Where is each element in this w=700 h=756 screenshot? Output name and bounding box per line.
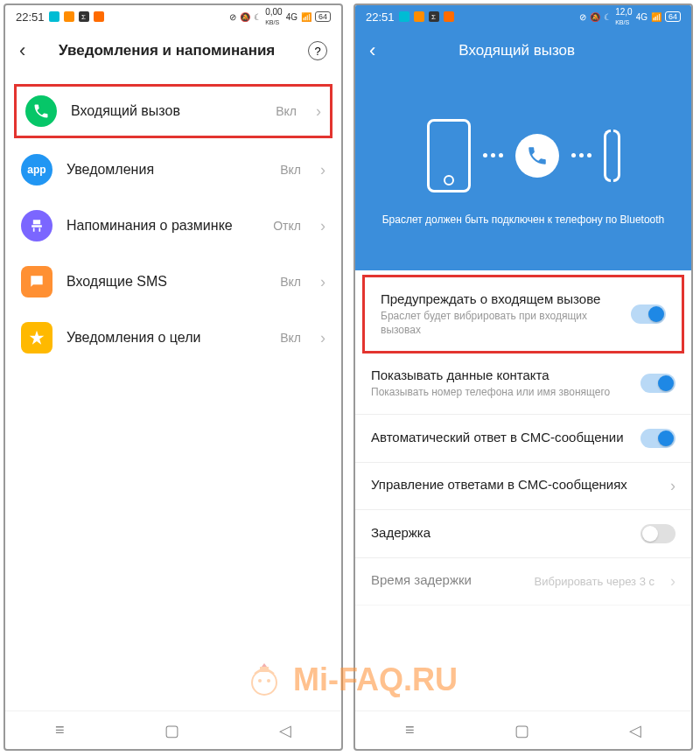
alarm-icon: ⊘: [229, 12, 236, 22]
setting-title: Управление ответами в СМС-сообщениях: [371, 477, 654, 492]
item-label: Входящий вызов: [71, 103, 262, 119]
help-button[interactable]: ?: [308, 41, 327, 60]
dnd-icon: 🔕: [240, 12, 250, 22]
toggle-switch[interactable]: [640, 429, 676, 448]
network-icon: 4G: [286, 12, 298, 22]
item-value: Откл: [273, 219, 301, 233]
network-icon: 4G: [636, 12, 648, 22]
nav-recent[interactable]: ≡: [55, 721, 65, 739]
toggle-switch[interactable]: [640, 524, 676, 543]
app-badge-icon: Σ: [429, 11, 439, 22]
signal-icon: 📶: [301, 12, 312, 22]
hero-caption: Браслет должен быть подключен к телефону…: [368, 214, 679, 226]
nav-back[interactable]: ◁: [279, 721, 291, 740]
chevron-right-icon: ›: [320, 329, 326, 347]
item-incoming-call[interactable]: Входящий вызов Вкл ›: [14, 84, 332, 138]
back-button[interactable]: ‹: [369, 39, 375, 62]
connection-dots-icon: [483, 153, 503, 158]
item-stretch-reminder[interactable]: Напоминания о разминке Откл ›: [5, 198, 341, 254]
dnd-icon: 🔕: [590, 12, 600, 22]
alarm-icon: ⊘: [579, 12, 586, 22]
app-badge-icon: [49, 11, 60, 22]
item-label: Уведомления о цели: [66, 330, 266, 346]
item-value: Вкл: [280, 163, 301, 177]
setting-delay[interactable]: Задержка: [355, 510, 691, 558]
chevron-right-icon: ›: [320, 273, 326, 291]
setting-manage-sms-replies[interactable]: Управление ответами в СМС-сообщениях ›: [355, 463, 691, 510]
app-badge-icon: [64, 11, 74, 22]
goal-icon: [21, 322, 52, 354]
item-notifications[interactable]: app Уведомления Вкл ›: [5, 142, 341, 198]
setting-subtitle: Браслет будет вибрировать при входящих в…: [381, 309, 620, 337]
setting-alert-incoming[interactable]: Предупреждать о входящем вызове Браслет …: [362, 275, 684, 354]
status-time: 22:51: [16, 10, 45, 24]
item-label: Напоминания о разминке: [66, 218, 259, 234]
battery-icon: 64: [315, 11, 331, 22]
phone-screenshot-left: 22:51 Σ ⊘ 🔕 ☾ 0,00KB/S 4G 📶 64 ‹ Уведомл…: [4, 4, 343, 751]
phone-screenshot-right: 22:51 Σ ⊘ 🔕 ☾ 12,0KB/S 4G 📶 64 ‹ Входящи…: [354, 4, 693, 751]
status-time: 22:51: [366, 10, 395, 24]
phone-icon: [25, 95, 57, 127]
app-badge-icon: [94, 11, 104, 22]
setting-title: Показывать данные контакта: [371, 368, 630, 382]
setting-auto-sms-reply[interactable]: Автоматический ответ в СМС-сообщении: [355, 415, 691, 463]
chevron-right-icon: ›: [320, 217, 326, 235]
setting-title: Автоматический ответ в СМС-сообщении: [371, 430, 630, 444]
nav-home[interactable]: ▢: [514, 721, 529, 740]
page-title: Входящий вызов: [388, 42, 646, 60]
hero-illustration: Браслет должен быть подключен к телефону…: [355, 74, 691, 270]
moon-icon: ☾: [604, 12, 612, 22]
chevron-right-icon: ›: [670, 477, 676, 495]
data-rate: 12,0KB/S: [615, 7, 632, 26]
moon-icon: ☾: [254, 12, 262, 22]
status-bar: 22:51 Σ ⊘ 🔕 ☾ 12,0KB/S 4G 📶 64: [355, 5, 691, 28]
app-badge-icon: [414, 11, 424, 22]
vibrate-icon: [604, 130, 620, 182]
back-button[interactable]: ‹: [19, 39, 25, 62]
toggle-switch[interactable]: [640, 374, 676, 393]
item-goal-notifications[interactable]: Уведомления о цели Вкл ›: [5, 310, 341, 366]
app-badge-icon: Σ: [79, 11, 89, 22]
setting-show-contact[interactable]: Показывать данные контакта Показывать но…: [355, 354, 691, 414]
nav-bar: ≡ ▢ ◁: [355, 710, 691, 749]
nav-bar: ≡ ▢ ◁: [5, 710, 341, 749]
status-bar: 22:51 Σ ⊘ 🔕 ☾ 0,00KB/S 4G 📶 64: [5, 5, 341, 28]
signal-icon: 📶: [651, 12, 662, 22]
sms-icon: [21, 266, 52, 298]
app-icon: app: [21, 154, 52, 186]
setting-delay-time[interactable]: Время задержки Вибрировать через 3 с ›: [355, 558, 691, 606]
battery-icon: 64: [665, 11, 681, 22]
setting-title: Время задержки: [371, 572, 524, 587]
header: ‹ Входящий вызов: [355, 28, 691, 74]
item-value: Вкл: [276, 104, 297, 118]
nav-recent[interactable]: ≡: [405, 721, 415, 739]
toggle-switch[interactable]: [631, 304, 666, 324]
data-rate: 0,00KB/S: [265, 7, 282, 26]
setting-title: Задержка: [371, 525, 630, 540]
item-label: Входящие SMS: [66, 274, 266, 290]
chair-icon: [21, 210, 52, 242]
setting-value: Вибрировать через 3 с: [535, 575, 654, 588]
chevron-right-icon: ›: [670, 572, 676, 591]
app-badge-icon: [444, 11, 454, 22]
settings-list: Предупреждать о входящем вызове Браслет …: [355, 270, 691, 710]
chevron-right-icon: ›: [320, 161, 326, 179]
item-value: Вкл: [280, 275, 301, 289]
item-value: Вкл: [280, 331, 301, 345]
header: ‹ Уведомления и напоминания ?: [5, 28, 341, 74]
item-incoming-sms[interactable]: Входящие SMS Вкл ›: [5, 254, 341, 310]
settings-list: Входящий вызов Вкл › app Уведомления Вкл…: [5, 74, 341, 710]
item-label: Уведомления: [66, 162, 266, 178]
phone-outline-icon: [427, 119, 471, 192]
setting-subtitle: Показывать номер телефона или имя звонящ…: [371, 385, 630, 399]
connection-dots-icon: [571, 153, 592, 158]
page-title: Уведомления и напоминания: [38, 42, 296, 60]
nav-home[interactable]: ▢: [164, 721, 179, 740]
nav-back[interactable]: ◁: [629, 721, 641, 740]
call-circle-icon: [515, 134, 559, 178]
setting-title: Предупреждать о входящем вызове: [381, 291, 620, 306]
chevron-right-icon: ›: [316, 102, 321, 121]
app-badge-icon: [399, 11, 410, 22]
